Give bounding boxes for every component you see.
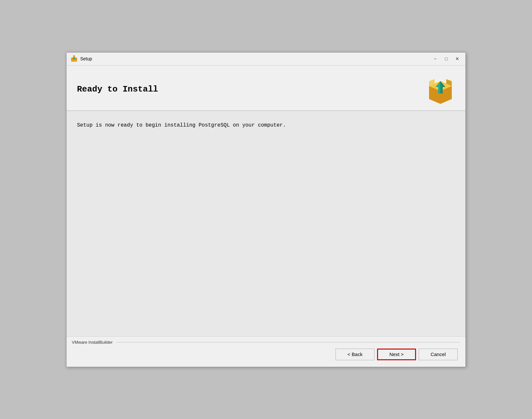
app-icon (70, 55, 78, 62)
header-box-icon (426, 75, 455, 104)
next-button[interactable]: Next > (377, 349, 416, 360)
window-controls: − □ ✕ (431, 55, 462, 63)
window-title: Setup (80, 56, 431, 61)
brand-label: VMware InstallBuilder (72, 340, 113, 345)
close-button[interactable]: ✕ (453, 55, 462, 63)
title-bar: Setup − □ ✕ (67, 53, 465, 66)
page-title: Ready to Install (77, 84, 158, 94)
button-group: < Back Next > Cancel (67, 345, 465, 367)
content-area: Setup is now ready to begin installing P… (67, 111, 465, 336)
footer: VMware InstallBuilder < Back Next > Canc… (67, 336, 465, 367)
brand-area: VMware InstallBuilder (67, 337, 465, 345)
minimize-button[interactable]: − (431, 55, 439, 63)
header: Ready to Install (67, 66, 465, 111)
maximize-button[interactable]: □ (442, 55, 450, 63)
description-text: Setup is now ready to begin installing P… (77, 121, 455, 130)
cancel-button[interactable]: Cancel (419, 349, 458, 360)
svg-marker-4 (73, 55, 75, 56)
brand-divider (117, 342, 460, 342)
setup-window: Setup − □ ✕ Ready to Install (66, 52, 466, 367)
back-button[interactable]: < Back (336, 349, 374, 360)
